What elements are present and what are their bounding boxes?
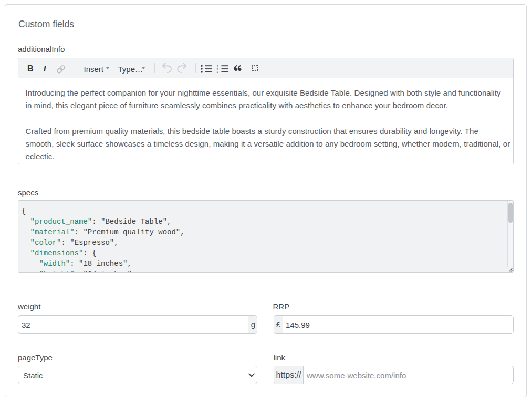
svg-text:3: 3 xyxy=(217,70,218,73)
